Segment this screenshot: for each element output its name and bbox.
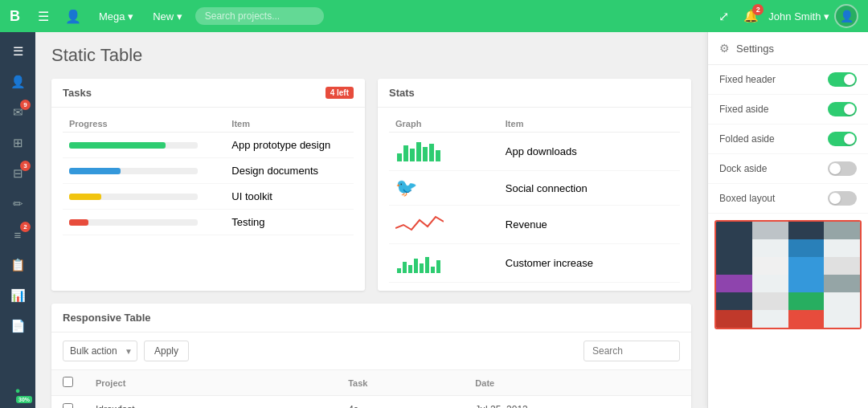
theme-cell[interactable]: [716, 275, 752, 292]
boxed-layout-toggle[interactable]: [828, 191, 857, 206]
col-progress: Progress: [63, 116, 225, 133]
task-item-cell: Design documents: [225, 158, 354, 184]
data-table: Project Task Date Idrawfast 4c Jul 25, 2…: [51, 370, 691, 408]
theme-row-3: [716, 257, 860, 275]
col-task: Task: [337, 370, 464, 396]
progress-bar-blue: [69, 168, 121, 174]
brand-logo[interactable]: B: [10, 8, 20, 25]
col-item: Item: [499, 116, 680, 133]
theme-cell[interactable]: [716, 222, 752, 239]
bulk-action-select[interactable]: Bulk action: [63, 341, 137, 361]
lines-sidebar-icon: ≡: [14, 228, 22, 242]
svg-rect-9: [408, 265, 412, 273]
theme-cell[interactable]: [788, 239, 825, 257]
theme-color-grid[interactable]: [714, 220, 862, 329]
dock-aside-toggle[interactable]: [828, 161, 857, 176]
theme-cell[interactable]: [824, 310, 860, 328]
cards-row: Tasks 4 left Progress Item: [51, 79, 691, 291]
settings-panel: ⚙ Settings Fixed header Fixed aside Fold…: [707, 32, 868, 408]
svg-rect-6: [436, 150, 440, 161]
theme-cell[interactable]: [788, 292, 825, 310]
stats-item-cell: Social connection: [499, 171, 680, 206]
theme-cell[interactable]: [716, 239, 752, 257]
settings-row-boxed-layout: Boxed layout: [708, 184, 868, 214]
sidebar-item-doc[interactable]: 📄: [3, 312, 32, 341]
sidebar-item-progress[interactable]: 30% ●: [3, 376, 32, 405]
col-date: Date: [464, 370, 691, 396]
sidebar-item-chart[interactable]: 📊: [3, 281, 32, 310]
row-checkbox[interactable]: [63, 403, 73, 408]
sidebar-item-user[interactable]: 👤: [3, 67, 32, 96]
apply-button[interactable]: Apply: [144, 341, 189, 361]
user-menu[interactable]: John Smith ▾ 👤: [768, 4, 858, 28]
task-cell: 4c: [337, 396, 464, 409]
theme-cell[interactable]: [824, 257, 860, 275]
svg-rect-10: [414, 259, 418, 273]
search-input[interactable]: [195, 7, 324, 25]
theme-cell[interactable]: [716, 257, 752, 275]
tasks-badge: 4 left: [326, 87, 354, 99]
table-search-input[interactable]: [583, 341, 680, 361]
theme-cell[interactable]: [752, 222, 788, 239]
theme-cell[interactable]: [752, 239, 788, 257]
layout: ☰ 👤 ✉ 9 ⊞ ⊟ 3 ✏ ≡ 2 📋 📊 📄: [0, 32, 868, 408]
theme-row-5: [716, 292, 860, 310]
sidebar-item-list[interactable]: ⊟ 3: [3, 159, 32, 188]
new-menu-link[interactable]: New ▾: [146, 7, 189, 26]
stats-graph-cell: [389, 133, 499, 171]
theme-cell[interactable]: [788, 310, 825, 328]
task-item-cell: App prototype design: [225, 133, 354, 158]
theme-row-2: [716, 239, 860, 257]
fixed-aside-toggle[interactable]: [828, 102, 857, 116]
sidebar-item-mail[interactable]: ✉ 9: [3, 98, 32, 127]
sidebar-item-edit[interactable]: ✏: [3, 190, 32, 218]
task-row: Testing: [63, 210, 354, 235]
responsive-table-card: Responsive Table Bulk action ▼ Apply: [51, 304, 691, 408]
svg-rect-12: [425, 257, 429, 273]
theme-cell[interactable]: [752, 257, 788, 275]
theme-cell[interactable]: [716, 310, 752, 328]
edit-sidebar-icon: ✏: [13, 197, 23, 211]
tasks-table: Progress Item App p: [63, 116, 354, 235]
theme-cell[interactable]: [824, 292, 860, 310]
theme-cell[interactable]: [824, 239, 860, 257]
mega-menu-link[interactable]: Mega ▾: [92, 7, 140, 26]
sidebar-item-grid[interactable]: ⊞: [3, 129, 32, 157]
theme-cell[interactable]: [716, 292, 752, 310]
gear-icon: ⚙: [719, 42, 730, 55]
task-progress-cell: [63, 210, 225, 235]
theme-cell[interactable]: [824, 222, 860, 239]
col-graph: Graph: [389, 116, 499, 133]
bar-chart-icon: [395, 139, 444, 161]
theme-cell[interactable]: [752, 310, 788, 328]
task-progress-cell: [63, 158, 225, 184]
theme-cell[interactable]: [752, 292, 788, 310]
task-progress-cell: [63, 184, 225, 210]
sidebar-item-clipboard[interactable]: 📋: [3, 251, 32, 279]
theme-cell[interactable]: [752, 275, 788, 292]
fixed-header-toggle[interactable]: [828, 72, 857, 87]
progress-bar-green: [69, 142, 166, 149]
row-checkbox-cell: [51, 396, 84, 409]
select-all-checkbox[interactable]: [63, 377, 73, 387]
navbar-right: ⤢ 🔔 2 John Smith ▾ 👤: [714, 4, 858, 28]
theme-cell[interactable]: [788, 275, 825, 292]
theme-cell[interactable]: [824, 275, 860, 292]
theme-row-6: [716, 310, 860, 328]
list-badge: 3: [20, 161, 31, 171]
expand-icon[interactable]: ⤢: [714, 6, 734, 27]
svg-rect-13: [431, 267, 435, 273]
fixed-header-label: Fixed header: [719, 74, 776, 85]
notification-bell[interactable]: 🔔 2: [743, 9, 759, 23]
person-icon[interactable]: 👤: [60, 6, 86, 27]
svg-rect-1: [403, 145, 408, 161]
theme-cell[interactable]: [788, 257, 825, 275]
hamburger-icon[interactable]: ☰: [33, 6, 54, 27]
theme-cell[interactable]: [788, 222, 825, 239]
sidebar: ☰ 👤 ✉ 9 ⊞ ⊟ 3 ✏ ≡ 2 📋 📊 📄: [0, 32, 35, 408]
stats-item-cell: App downloads: [499, 133, 680, 171]
stats-card: Stats Graph Item: [378, 79, 691, 291]
sidebar-item-lines[interactable]: ≡ 2: [3, 220, 32, 249]
folded-aside-toggle[interactable]: [828, 132, 857, 146]
sidebar-item-menu[interactable]: ☰: [3, 37, 32, 66]
